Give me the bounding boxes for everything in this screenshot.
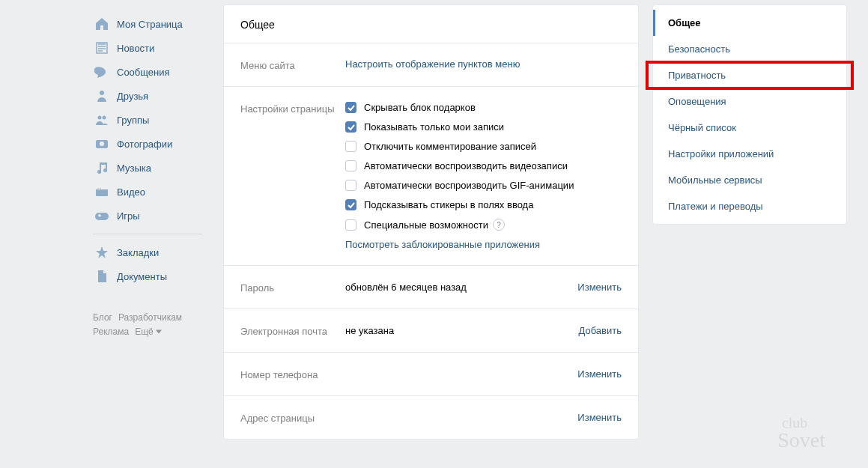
games-icon xyxy=(94,208,109,223)
svg-point-1 xyxy=(98,116,102,120)
checkbox[interactable] xyxy=(345,180,356,191)
home-icon xyxy=(94,16,109,31)
nav-item-bookmarks[interactable]: Закладки xyxy=(90,240,210,264)
section-label: Номер телефона xyxy=(240,368,345,380)
groups-icon xyxy=(94,112,109,127)
svg-point-7 xyxy=(97,188,98,189)
section-label: Электронная почта xyxy=(240,324,345,337)
checkbox-label: Скрывать блок подарков xyxy=(364,102,476,113)
bookmarks-icon xyxy=(94,245,109,260)
nav-item-messages[interactable]: Сообщения xyxy=(90,60,210,84)
checkbox-row[interactable]: Скрывать блок подарков xyxy=(345,102,622,113)
password-value: обновлён 6 месяцев назад xyxy=(345,282,577,293)
svg-point-2 xyxy=(103,116,106,120)
checkbox[interactable] xyxy=(345,160,356,171)
nav-label: Музыка xyxy=(117,162,151,174)
nav-item-music[interactable]: Музыка xyxy=(90,156,210,180)
section-label: Настройки страницы xyxy=(240,102,345,250)
password-change-link[interactable]: Изменить xyxy=(577,282,622,293)
nav-label: Друзья xyxy=(117,91,148,102)
footer-more[interactable]: Ещё xyxy=(135,326,162,337)
section-label: Адрес страницы xyxy=(240,411,345,424)
footer-blog[interactable]: Блог xyxy=(93,312,112,323)
settings-nav-item[interactable]: Платежи и переводы xyxy=(653,193,846,219)
section-address: Адрес страницы Изменить xyxy=(224,396,638,439)
nav-label: Фотографии xyxy=(117,139,172,150)
section-phone: Номер телефона Изменить xyxy=(224,353,638,396)
nav-item-news[interactable]: Новости xyxy=(90,36,210,60)
checkbox-row[interactable]: Подсказывать стикеры в полях ввода xyxy=(345,199,622,210)
checkbox-row[interactable]: Специальные возможности? xyxy=(345,219,622,231)
nav-label: Новости xyxy=(117,43,154,54)
footer-links: БлогРазработчикам РекламаЕщё xyxy=(90,311,210,339)
checkbox[interactable] xyxy=(345,199,356,210)
checkbox-row[interactable]: Автоматически воспроизводить видеозаписи xyxy=(345,160,622,171)
nav-label: Сообщения xyxy=(117,67,170,78)
email-value: не указана xyxy=(345,325,579,336)
svg-rect-10 xyxy=(99,214,100,217)
nav-item-photos[interactable]: Фотографии xyxy=(90,132,210,156)
settings-nav-item[interactable]: Приватность xyxy=(647,62,852,88)
checkbox-label: Специальные возможности xyxy=(364,219,488,231)
section-password: Пароль обновлён 6 месяцев назад Изменить xyxy=(224,266,638,309)
nav-divider xyxy=(93,234,202,234)
section-page-settings: Настройки страницы Скрывать блок подарко… xyxy=(224,87,638,266)
help-icon[interactable]: ? xyxy=(493,219,505,231)
nav-label: Видео xyxy=(117,186,145,198)
photos-icon xyxy=(94,136,109,151)
settings-nav-item[interactable]: Безопасность xyxy=(653,36,846,62)
checkbox-label: Подсказывать стикеры в полях ввода xyxy=(364,199,533,210)
nav-item-groups[interactable]: Группы xyxy=(90,108,210,132)
friends-icon xyxy=(94,88,109,103)
nav-label: Закладки xyxy=(117,247,159,258)
right-column: ОбщееБезопасностьПриватностьОповещенияЧё… xyxy=(652,4,847,468)
checkbox[interactable] xyxy=(345,121,356,133)
checkbox-row[interactable]: Показывать только мои записи xyxy=(345,121,622,133)
checkbox-label: Отключить комментирование записей xyxy=(364,141,536,152)
news-icon xyxy=(94,40,109,55)
address-change-link[interactable]: Изменить xyxy=(577,412,622,423)
settings-nav: ОбщееБезопасностьПриватностьОповещенияЧё… xyxy=(652,4,847,225)
messages-icon xyxy=(94,64,109,79)
section-label: Меню сайта xyxy=(240,58,345,71)
settings-nav-item[interactable]: Общее xyxy=(653,10,846,36)
settings-nav-item[interactable]: Мобильные сервисы xyxy=(653,167,846,193)
settings-nav-item[interactable]: Оповещения xyxy=(653,88,846,115)
documents-icon xyxy=(94,269,109,284)
music-icon xyxy=(94,160,109,175)
nav-item-video[interactable]: Видео xyxy=(90,180,210,204)
checkbox-row[interactable]: Отключить комментирование записей xyxy=(345,141,622,152)
settings-card: Общее Меню сайта Настроить отображение п… xyxy=(223,4,639,440)
section-label: Пароль xyxy=(240,281,345,294)
svg-point-0 xyxy=(100,91,104,95)
nav-item-games[interactable]: Игры xyxy=(90,204,210,228)
nav-label: Игры xyxy=(117,210,140,222)
nav-item-home[interactable]: Моя Страница xyxy=(90,12,210,36)
checkbox[interactable] xyxy=(345,219,356,231)
checkbox-label: Автоматически воспроизводить GIF-анимаци… xyxy=(364,180,574,191)
checkbox-label: Показывать только мои записи xyxy=(364,121,504,133)
settings-nav-item[interactable]: Настройки приложений xyxy=(653,141,846,167)
checkbox-label: Автоматически воспроизводить видеозаписи xyxy=(364,160,568,171)
footer-ads[interactable]: Реклама xyxy=(93,326,129,337)
checkbox[interactable] xyxy=(345,102,356,113)
phone-change-link[interactable]: Изменить xyxy=(577,368,622,380)
checkbox[interactable] xyxy=(345,141,356,152)
video-icon xyxy=(94,184,109,199)
main-column: Общее Меню сайта Настроить отображение п… xyxy=(223,4,639,468)
nav-label: Моя Страница xyxy=(117,19,183,30)
section-site-menu: Меню сайта Настроить отображение пунктов… xyxy=(224,43,638,87)
nav-label: Документы xyxy=(117,271,167,282)
nav-label: Группы xyxy=(117,115,149,126)
email-add-link[interactable]: Добавить xyxy=(579,325,622,336)
left-nav: Моя СтраницаНовостиСообщенияДрузьяГруппы… xyxy=(90,0,210,468)
nav-item-documents[interactable]: Документы xyxy=(90,264,210,288)
blocked-apps-link[interactable]: Посмотреть заблокированные приложения xyxy=(345,239,540,250)
nav-item-friends[interactable]: Друзья xyxy=(90,84,210,108)
footer-dev[interactable]: Разработчикам xyxy=(118,312,182,323)
checkbox-row[interactable]: Автоматически воспроизводить GIF-анимаци… xyxy=(345,180,622,191)
site-menu-link[interactable]: Настроить отображение пунктов меню xyxy=(345,58,520,70)
svg-point-8 xyxy=(100,188,100,189)
page-title: Общее xyxy=(224,5,638,43)
settings-nav-item[interactable]: Чёрный список xyxy=(653,115,846,141)
